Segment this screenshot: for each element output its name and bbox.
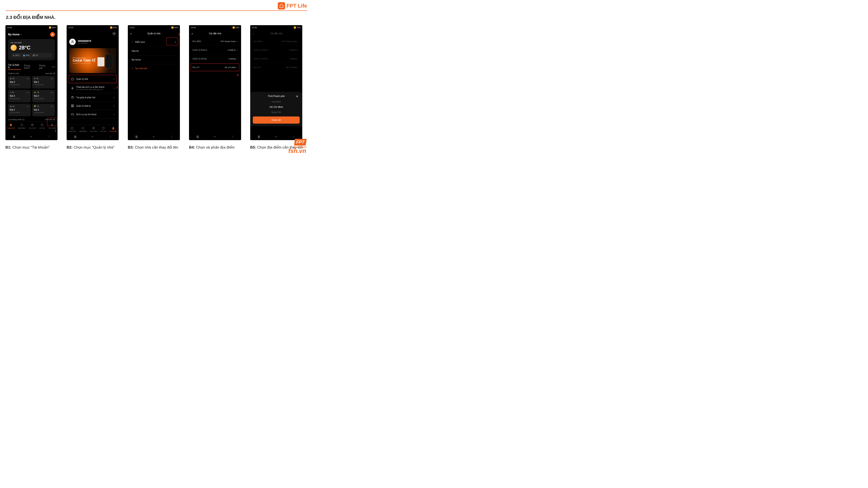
setting-location[interactable]: Địa điểm FPT Smart Home› xyxy=(192,37,239,46)
picker-option[interactable]: Hưng Yên xyxy=(272,111,281,113)
tab-all-devices[interactable]: Tất cả thiết bị xyxy=(8,64,21,70)
menu-manage-home[interactable]: Quản lý nhà › xyxy=(69,75,116,83)
promo-banner[interactable]: FPT Smart Home CHẠM TINH TẾ ATHENA COLLE… xyxy=(69,48,116,73)
recent-icon[interactable]: ||| xyxy=(196,135,198,138)
status-time: 14:25 xyxy=(191,27,196,29)
more-icon[interactable]: ••• xyxy=(27,78,29,79)
tab-scene[interactable]: Ngữ cảnh xyxy=(18,123,26,129)
bottom-sheet: Tỉnh/Thành phố ✕ Hòa Bình Hồ Chí Minh Hư… xyxy=(250,92,302,126)
home-item-selected[interactable]: ✓Điểm quơ › xyxy=(130,37,177,47)
device-card[interactable]: 💡 Tắt••• Nút 3 Phòng khách xyxy=(32,104,55,116)
view-all[interactable]: Xem tất cả xyxy=(45,119,55,121)
highlight-num-3: 3 xyxy=(178,33,180,36)
stat-temp: 🌡 28°C xyxy=(13,54,20,56)
bulb-icon: 💡 Tắt xyxy=(34,105,39,107)
back-button[interactable]: ‹ xyxy=(130,32,131,36)
add-button[interactable]: + xyxy=(50,32,55,37)
device-card[interactable]: ⏻ Tắt••• Nút 2 Phòng giải trí xyxy=(8,104,31,116)
menu-help[interactable]: Trợ giúp & phản hồi › xyxy=(69,93,116,102)
picker-wheel[interactable]: Hòa Bình Hồ Chí Minh Hưng Yên xyxy=(253,101,300,113)
tab-home[interactable]: Trang chủ xyxy=(7,123,15,129)
device-card[interactable]: ⚡ Tắt••• Nút 2 Phòng khách xyxy=(32,90,55,102)
bottom-nav: Trang chủ Ngữ cảnh Yêu thích An ninh Tài… xyxy=(5,122,58,130)
setting-rooms[interactable]: Quản lý phòng 0 phòng› xyxy=(192,55,239,63)
home-icon[interactable]: ○ xyxy=(275,135,277,138)
device-card[interactable]: ⏻ Tắt••• Nút 3 Phòng khách xyxy=(8,76,31,89)
cloud-icon xyxy=(71,113,74,116)
done-button[interactable]: Hoàn tất xyxy=(253,117,300,124)
sheet-title: Tỉnh/Thành phố xyxy=(268,95,285,98)
recent-icon[interactable]: ||| xyxy=(258,135,260,138)
user-info[interactable]: 0905890979 ID: 1670163 xyxy=(67,37,119,46)
more-icon[interactable]: ••• xyxy=(51,92,53,94)
col-b4: 14:25 📶 63% ‹ Cài đặt nhà Địa điểm FPT S… xyxy=(189,25,246,150)
home-item[interactable]: My Home xyxy=(130,56,177,64)
picker-option-selected[interactable]: Hồ Chí Minh xyxy=(270,106,283,108)
tab-scene[interactable]: Ngữ cảnh xyxy=(79,127,87,132)
recent-icon[interactable]: ||| xyxy=(13,135,15,138)
tab-favorite[interactable]: Yêu thích xyxy=(90,127,97,132)
more-icon[interactable]: ••• xyxy=(27,92,29,94)
status-bar: 13:55 📶 35% xyxy=(5,25,58,30)
svg-point-0 xyxy=(21,124,23,126)
screenshots-row: 13:55 📶 35% My Home + Hồ Chí Minh xyxy=(5,25,307,150)
tab-account[interactable]: Tài khoản xyxy=(48,123,56,129)
home-icon[interactable]: ○ xyxy=(214,135,215,138)
back-icon[interactable]: 〈 xyxy=(47,135,50,139)
tab-more-icon[interactable]: ••• xyxy=(52,66,55,68)
weather-card[interactable]: Hồ Chí Minh 28°C 🌡 28°C 💧 40% 🔗 1/1 xyxy=(8,39,55,60)
picker-option[interactable]: Hòa Bình xyxy=(272,101,281,103)
highlight-box-3 xyxy=(166,37,178,45)
more-icon[interactable]: ••• xyxy=(51,78,53,79)
status-time: 14:23 xyxy=(129,27,134,29)
menu-cloud[interactable]: Dịch vụ lưu trữ cloud › xyxy=(69,110,116,119)
section-title: 2.3 ĐỔI ĐỊA ĐIỂM NHÀ. xyxy=(6,15,307,20)
back-button[interactable]: ‹ xyxy=(192,32,193,36)
home-icon[interactable]: ○ xyxy=(153,135,154,138)
phone-b1: 13:55 📶 35% My Home + Hồ Chí Minh xyxy=(5,25,58,140)
menu-devices[interactable]: Quản lý thiết bị › xyxy=(69,102,116,110)
create-home[interactable]: +Tạo nhà mới xyxy=(130,64,177,73)
close-icon[interactable]: ✕ xyxy=(296,95,299,98)
recent-icon[interactable]: ||| xyxy=(135,135,137,138)
svg-rect-7 xyxy=(73,105,73,106)
back-icon[interactable]: 〈 xyxy=(170,135,172,139)
chevron-right-icon: › xyxy=(114,96,114,99)
more-icon[interactable]: ••• xyxy=(51,105,53,107)
home-item[interactable]: Nhà tôi 3 xyxy=(130,47,177,56)
status-battery: 📶 76% xyxy=(293,27,301,29)
more-icon[interactable]: ••• xyxy=(27,105,29,107)
setting-address[interactable]: Địa chỉ Hồ Chí Minh› xyxy=(192,63,239,72)
recent-icon[interactable]: ||| xyxy=(74,135,76,138)
home-selector[interactable]: My Home xyxy=(8,33,23,36)
home-icon[interactable]: ○ xyxy=(30,135,32,138)
caption-b4: B4: Chọn và phần địa điểm xyxy=(189,145,246,150)
highlight-num-1: 1 xyxy=(55,129,56,132)
back-icon[interactable]: 〈 xyxy=(231,135,234,139)
tab-entertainment[interactable]: Phòng giải xyxy=(39,64,49,69)
tab-favorite[interactable]: Yêu thích xyxy=(29,123,36,129)
android-nav: ||| ○ 〈 xyxy=(67,133,119,140)
back-icon[interactable]: 〈 xyxy=(108,135,111,139)
device-card[interactable]: ⎚ Tắt••• Nút 4 Phòng khách xyxy=(8,90,31,102)
view-all[interactable]: Xem tất cả xyxy=(45,72,55,75)
tab-security[interactable]: An ninh xyxy=(100,127,106,132)
home-icon[interactable]: ○ xyxy=(92,135,93,138)
tab-home[interactable]: Trang chủ xyxy=(68,127,76,132)
setting-devices[interactable]: Quản lý thiết bị 0 thiết bị› xyxy=(192,46,239,55)
chevron-right-icon: › xyxy=(114,105,114,107)
col-b2: 14:23 📶 62% 0905890979 ID: 1670163 xyxy=(67,25,123,150)
tab-account[interactable]: Tài khoản xyxy=(110,127,117,132)
tab-living[interactable]: Phòng khách xyxy=(24,64,36,69)
highlight-num-2: 2 xyxy=(116,86,118,89)
col-b1: 13:55 📶 35% My Home + Hồ Chí Minh xyxy=(5,25,62,150)
back-icon[interactable]: 〈 xyxy=(292,135,295,139)
tab-security[interactable]: An ninh xyxy=(39,123,45,129)
status-battery: 📶 62% xyxy=(110,27,117,29)
menu-audio-service[interactable]: Thiết lập dịch vụ & Âm thanh Âm nhạc, po… xyxy=(69,83,116,93)
chevron-right-icon: › xyxy=(237,49,238,51)
device-card[interactable]: ⊞ Tắt••• Nút 1 Phòng khách xyxy=(32,76,55,89)
android-nav: ||| ○ 〈 xyxy=(189,133,241,140)
gear-icon[interactable] xyxy=(112,32,116,36)
status-time: 14:23 xyxy=(68,27,73,29)
